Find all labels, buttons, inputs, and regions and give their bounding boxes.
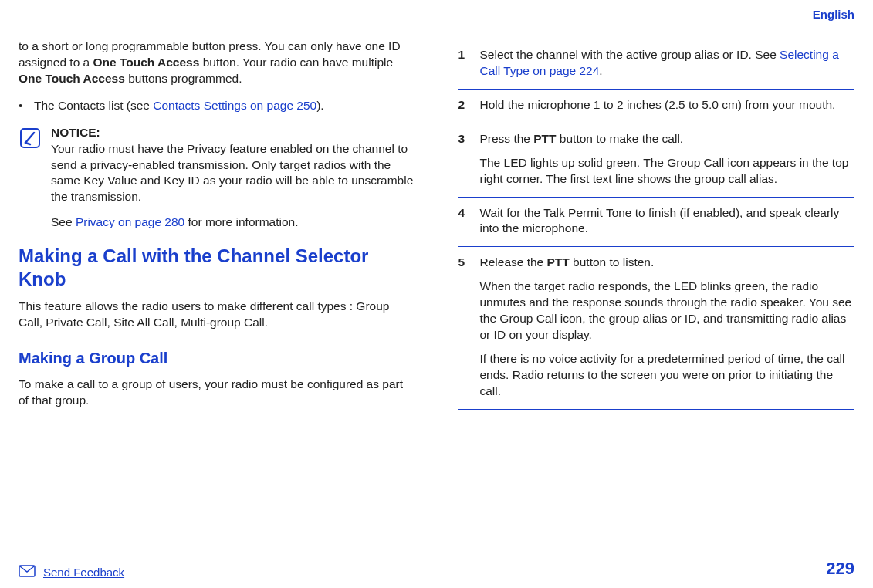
text: The Contacts list (see (34, 99, 153, 112)
two-column-layout: to a short or long programmable button p… (19, 9, 854, 526)
step-text: Release the PTT button to listen. (480, 255, 855, 271)
bullet-marker: • (19, 98, 34, 114)
step-body: Hold the microphone 1 to 2 inches (2.5 t… (480, 97, 855, 113)
group-call-description: To make a call to a group of users, your… (19, 377, 415, 409)
text: button to make the call. (557, 132, 684, 145)
text: Press the (480, 132, 534, 145)
step-number: 3 (458, 131, 480, 188)
procedure-step: 3Press the PTT button to make the call.T… (458, 123, 855, 197)
procedure-step: 4Wait for the Talk Permit Tone to finish… (458, 197, 855, 247)
text: for more information. (184, 215, 298, 228)
notice-block: NOTICE: Your radio must have the Privacy… (19, 125, 415, 231)
notice-see: See Privacy on page 280 for more informa… (51, 215, 415, 231)
step-number: 4 (458, 205, 480, 238)
notice-text: Your radio must have the Privacy feature… (51, 141, 415, 206)
text: ). (316, 99, 323, 112)
contacts-settings-link[interactable]: Contacts Settings on page 250 (153, 99, 316, 112)
procedure-step: 5Release the PTT button to listen.When t… (458, 246, 855, 409)
step-text: The LED lights up solid green. The Group… (480, 155, 855, 188)
language-label: English (813, 8, 854, 21)
step-text: Press the PTT button to make the call. (480, 131, 855, 147)
text: Wait for the Talk Permit Tone to finish … (480, 206, 840, 235)
procedure-step: 1Select the channel with the active grou… (458, 39, 855, 89)
intro-paragraph: to a short or long programmable button p… (19, 39, 415, 87)
notice-title: NOTICE: (51, 125, 415, 141)
right-column: 1Select the channel with the active grou… (458, 39, 855, 526)
text: . (599, 64, 602, 77)
left-column: to a short or long programmable button p… (19, 39, 415, 526)
text: button to listen. (570, 255, 654, 269)
page: English to a short or long programmable … (0, 0, 873, 588)
step-number: 5 (458, 255, 480, 399)
step-text: Select the channel with the active group… (480, 47, 855, 79)
step-text: When the target radio responds, the LED … (480, 279, 855, 343)
one-touch-access-bold: One Touch Access (93, 56, 200, 69)
page-footer: Send Feedback 229 (19, 559, 854, 579)
procedure-step: 2Hold the microphone 1 to 2 inches (2.5 … (458, 89, 855, 123)
send-feedback-link[interactable]: Send Feedback (19, 565, 124, 579)
step-number: 1 (458, 47, 480, 79)
heading-group-call: Making a Group Call (19, 348, 415, 369)
step-number: 2 (458, 97, 480, 113)
step-body: Select the channel with the active group… (480, 47, 855, 79)
text: Release the (480, 255, 547, 269)
step-text: Wait for the Talk Permit Tone to finish … (480, 205, 855, 238)
text: When the target radio responds, the LED … (480, 279, 852, 341)
step-body: Wait for the Talk Permit Tone to finish … (480, 205, 855, 238)
notice-body: NOTICE: Your radio must have the Privacy… (51, 125, 415, 231)
text: The LED lights up solid green. The Group… (480, 156, 849, 185)
step-text: Hold the microphone 1 to 2 inches (2.5 t… (480, 97, 855, 113)
heading-channel-selector: Making a Call with the Channel Selector … (19, 245, 415, 291)
text: Select the channel with the active group… (480, 48, 780, 61)
step-body: Press the PTT button to make the call.Th… (480, 131, 855, 188)
page-number: 229 (826, 559, 854, 579)
text: See (51, 215, 76, 228)
privacy-link[interactable]: Privacy on page 280 (76, 215, 184, 228)
bold-text: PTT (547, 255, 570, 269)
heading-description: This feature allows the radio users to m… (19, 299, 415, 331)
send-feedback-label: Send Feedback (43, 566, 124, 579)
notice-icon (19, 125, 51, 231)
text: Hold the microphone 1 to 2 inches (2.5 t… (480, 98, 836, 111)
text: button. Your radio can have multiple (199, 56, 393, 69)
contacts-bullet: • The Contacts list (see Contacts Settin… (19, 98, 415, 114)
step-body: Release the PTT button to listen.When th… (480, 255, 855, 399)
step-text: If there is no voice activity for a pred… (480, 351, 855, 400)
feedback-icon (19, 565, 36, 579)
text: If there is no voice activity for a pred… (480, 352, 845, 397)
bold-text: PTT (533, 132, 556, 145)
bullet-text: The Contacts list (see Contacts Settings… (34, 98, 415, 114)
text: buttons programmed. (125, 72, 242, 85)
one-touch-access-bold: One Touch Access (19, 72, 125, 85)
